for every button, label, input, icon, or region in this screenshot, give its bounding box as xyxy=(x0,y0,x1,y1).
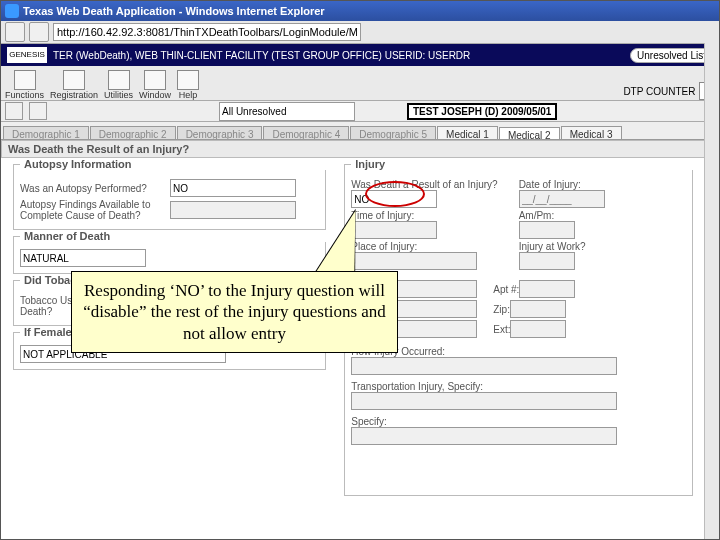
highlight-oval xyxy=(365,181,425,207)
toolbar-item-functions[interactable]: Functions xyxy=(5,70,44,100)
injury-transport-input[interactable] xyxy=(351,392,617,410)
autopsy-fieldset: Autopsy Information Was an Autopsy Perfo… xyxy=(13,164,326,230)
app-status-bar: GENESIS TER (WebDeath), WEB THIN-CLIENT … xyxy=(1,44,719,66)
injury-transport-label: Transportation Injury, Specify: xyxy=(351,381,686,392)
injury-ext-label: Ext: xyxy=(493,324,510,335)
injury-time-label: Time of Injury: xyxy=(351,210,518,221)
autopsy-performed-input[interactable] xyxy=(170,179,296,197)
toolbar-item-help[interactable]: Help xyxy=(177,70,199,100)
injury-ext-input[interactable] xyxy=(510,320,566,338)
injury-date-label: Date of Injury: xyxy=(519,179,686,190)
injury-zip-label: Zip: xyxy=(493,304,510,315)
injury-specify-label: Specify: xyxy=(351,416,686,427)
autopsy-findings-input[interactable] xyxy=(170,201,296,219)
injury-legend: Injury xyxy=(351,158,698,170)
browser-window: Texas Web Death Application - Windows In… xyxy=(0,0,720,540)
autopsy-performed-label: Was an Autopsy Performed? xyxy=(20,183,170,194)
unresolved-list-button[interactable]: Unresolved List xyxy=(630,48,713,63)
help-icon xyxy=(177,70,199,90)
injury-apt-input[interactable] xyxy=(519,280,575,298)
current-record-box: TEST JOSEPH (D) 2009/05/01 xyxy=(407,103,557,120)
main-toolbar: Functions Registration Utilities Window … xyxy=(1,66,719,101)
injury-work-input[interactable] xyxy=(519,252,575,270)
manner-of-death-input[interactable] xyxy=(20,249,146,267)
annotation-callout: Responding ‘NO’ to the Injury question w… xyxy=(71,271,398,353)
url-input[interactable] xyxy=(53,23,361,41)
record-prev-button[interactable] xyxy=(5,102,23,120)
nav-back-button[interactable] xyxy=(5,22,25,42)
injury-work-label: Injury at Work? xyxy=(519,241,686,252)
manner-legend: Manner of Death xyxy=(20,230,331,242)
injury-place-input[interactable] xyxy=(351,252,477,270)
window-title: Texas Web Death Application - Windows In… xyxy=(23,5,325,17)
genesis-logo: GENESIS xyxy=(7,47,47,63)
injury-ampm-input[interactable] xyxy=(519,221,575,239)
nav-forward-button[interactable] xyxy=(29,22,49,42)
injury-how-label: How Injury Occurred: xyxy=(351,346,686,357)
functions-icon xyxy=(14,70,36,90)
window-icon xyxy=(144,70,166,90)
injury-place-label: Place of Injury: xyxy=(351,241,518,252)
toolbar-item-utilities[interactable]: Utilities xyxy=(104,70,133,100)
record-next-button[interactable] xyxy=(29,102,47,120)
injury-date-input[interactable] xyxy=(519,190,605,208)
dtp-counter-label: DTP COUNTER xyxy=(623,86,695,97)
registration-icon xyxy=(63,70,85,90)
autopsy-legend: Autopsy Information xyxy=(20,158,331,170)
autopsy-findings-label: Autopsy Findings Available to Complete C… xyxy=(20,199,170,221)
injury-specify-input[interactable] xyxy=(351,427,617,445)
app-status-text: TER (WebDeath), WEB THIN-CLIENT FACILITY… xyxy=(53,50,470,61)
manner-of-death-fieldset: Manner of Death xyxy=(13,236,326,274)
ie-icon xyxy=(5,4,19,18)
sub-toolbar: TEST JOSEPH (D) 2009/05/01 xyxy=(1,101,719,122)
page-title: Was Death the Result of an Injury? xyxy=(1,140,705,158)
toolbar-item-window[interactable]: Window xyxy=(139,70,171,100)
address-bar xyxy=(1,21,719,44)
window-titlebar: Texas Web Death Application - Windows In… xyxy=(1,1,719,21)
injury-time-input[interactable] xyxy=(351,221,437,239)
utilities-icon xyxy=(108,70,130,90)
injury-ampm-label: Am/Pm: xyxy=(519,210,686,221)
toolbar-item-registration[interactable]: Registration xyxy=(50,70,98,100)
injury-zip-input[interactable] xyxy=(510,300,566,318)
injury-how-input[interactable] xyxy=(351,357,617,375)
vertical-scrollbar[interactable] xyxy=(704,43,719,539)
filter-select[interactable] xyxy=(219,102,355,121)
injury-apt-label: Apt #: xyxy=(493,284,519,295)
